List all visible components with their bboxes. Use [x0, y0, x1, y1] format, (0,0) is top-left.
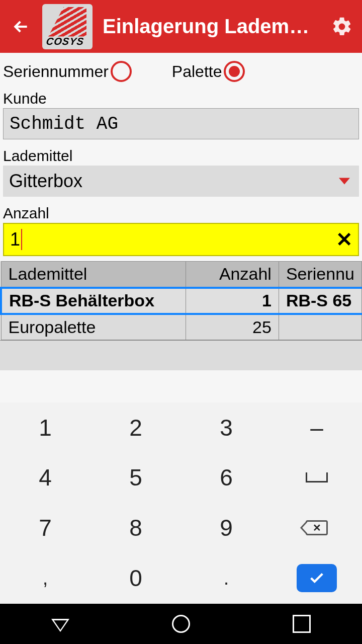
numeric-keypad: 1 2 3 – 4 5 6 7 8 9 ✕ , 0 .	[0, 403, 362, 604]
key-9[interactable]: 9	[181, 503, 272, 553]
table-header-anzahl[interactable]: Anzahl	[186, 262, 279, 288]
kunde-input[interactable]: Schmidt AG	[3, 108, 359, 139]
page-title: Einlagerung Ladem…	[99, 15, 322, 38]
android-navbar	[0, 604, 362, 644]
cell-serien	[279, 314, 361, 340]
radio-seriennummer-indicator	[111, 61, 132, 82]
back-button[interactable]	[6, 12, 36, 42]
anzahl-input[interactable]: 1 ✕	[3, 223, 359, 256]
clear-icon[interactable]: ✕	[336, 228, 353, 251]
cell-serien: RB-S 65	[279, 288, 361, 314]
square-icon	[293, 615, 311, 633]
table-row[interactable]: Europalette 25	[1, 314, 362, 340]
key-1[interactable]: 1	[0, 403, 90, 453]
kunde-label: Kunde	[0, 87, 362, 108]
key-backspace[interactable]: ✕	[272, 503, 362, 553]
table-header-seriennummer[interactable]: Seriennu	[279, 262, 361, 288]
checkmark-icon	[297, 564, 337, 592]
space-icon	[306, 472, 328, 482]
key-4[interactable]: 4	[0, 453, 90, 503]
anzahl-label: Anzahl	[0, 202, 362, 223]
radio-palette-label: Palette	[172, 62, 222, 81]
settings-button[interactable]	[328, 13, 356, 41]
type-selector: Seriennummer Palette	[0, 53, 362, 87]
table-row[interactable]: RB-S Behälterbox 1 RB-S 65	[1, 288, 362, 314]
lademittel-label: Lademittel	[0, 144, 362, 166]
circle-icon	[172, 615, 190, 633]
nav-home[interactable]	[172, 615, 190, 633]
nav-back[interactable]	[51, 617, 69, 630]
key-enter[interactable]	[272, 553, 362, 604]
text-cursor	[21, 229, 22, 250]
radio-palette-indicator	[224, 61, 245, 82]
lademittel-value: Gitterbox	[9, 171, 82, 192]
key-5[interactable]: 5	[90, 453, 181, 503]
table-filler	[0, 340, 362, 370]
cell-anzahl: 1	[186, 288, 279, 314]
table-header-lademittel[interactable]: Lademittel	[1, 262, 186, 288]
key-3[interactable]: 3	[181, 403, 272, 453]
backspace-icon: ✕	[306, 520, 328, 535]
key-comma[interactable]: ,	[0, 553, 90, 604]
key-space[interactable]	[272, 453, 362, 503]
app-logo: COSYS	[42, 4, 93, 49]
key-8[interactable]: 8	[90, 503, 181, 553]
cell-lademittel: Europalette	[1, 314, 186, 340]
cell-lademittel: RB-S Behälterbox	[1, 288, 186, 314]
kunde-value: Schmidt AG	[10, 114, 118, 134]
anzahl-value: 1	[10, 229, 20, 250]
key-0[interactable]: 0	[90, 553, 181, 604]
cell-anzahl: 25	[186, 314, 279, 340]
key-6[interactable]: 6	[181, 453, 272, 503]
lademittel-select[interactable]: Gitterbox	[3, 166, 359, 197]
app-header: COSYS Einlagerung Ladem…	[0, 0, 362, 53]
key-dot[interactable]: .	[181, 553, 272, 604]
logo-text: COSYS	[45, 36, 89, 47]
triangle-icon	[51, 619, 69, 632]
key-2[interactable]: 2	[90, 403, 181, 453]
items-table: Lademittel Anzahl Seriennu RB-S Behälter…	[0, 261, 362, 370]
content-area: Seriennummer Palette Kunde Schmidt AG La…	[0, 53, 362, 644]
radio-seriennummer[interactable]: Seriennummer	[3, 61, 132, 82]
table-header-row: Lademittel Anzahl Seriennu	[1, 262, 362, 288]
radio-seriennummer-label: Seriennummer	[3, 62, 109, 81]
radio-palette[interactable]: Palette	[172, 61, 245, 82]
key-dash[interactable]: –	[272, 403, 362, 453]
chevron-down-icon	[339, 178, 350, 185]
key-7[interactable]: 7	[0, 503, 90, 553]
nav-recent[interactable]	[293, 615, 311, 633]
